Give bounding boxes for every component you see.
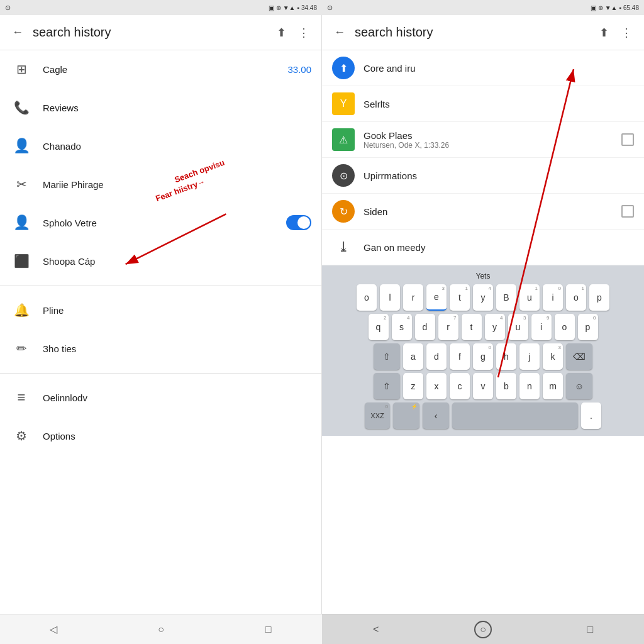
siden-label: Siden [364, 206, 621, 217]
key-p2[interactable]: 0p [578, 314, 598, 340]
list-item-options[interactable]: ⚙ Options [0, 417, 321, 455]
right-status-icons: ▣ ⊕ ▼▲ ▪ 65.48 [591, 4, 639, 11]
key-shift2[interactable]: ⇧ [374, 373, 400, 399]
key-l[interactable]: l [380, 284, 400, 311]
key-d[interactable]: d [415, 314, 435, 340]
key-r[interactable]: r [403, 284, 423, 311]
left-more-button[interactable]: ⋮ [296, 25, 311, 40]
gan-icon: ⤓ [332, 236, 355, 258]
key-q[interactable]: 2q [369, 314, 389, 340]
key-c[interactable]: c [450, 373, 470, 399]
key-n[interactable]: n [519, 373, 540, 399]
key-o2[interactable]: 1o [566, 284, 586, 311]
key-s[interactable]: 4s [392, 314, 412, 340]
keyboard-row-1: o l r 3e 1t 4y B 1u 0i 1o p [325, 284, 641, 311]
left-back-button[interactable]: ← [10, 25, 25, 40]
gook-checkbox[interactable] [621, 133, 634, 146]
right-time: 65.48 [623, 4, 639, 11]
list-item-zhoties[interactable]: ✏ Зho ties [0, 330, 321, 368]
key-j[interactable]: j [519, 343, 540, 370]
key-g[interactable]: 0g [473, 343, 493, 370]
key-shift[interactable]: ⇧ [374, 343, 400, 370]
list-item-shoopa[interactable]: ⬛ Shoopa Cáp [0, 242, 321, 280]
rp-item-gook[interactable]: ⚠ Gook Plaes Netursen, Ode X, 1:33.26 [322, 122, 644, 158]
key-h[interactable]: h [496, 343, 516, 370]
key-x[interactable]: x [426, 373, 447, 399]
key-o[interactable]: o [357, 284, 377, 311]
gook-label: Gook Plaes [364, 130, 621, 141]
key-i2[interactable]: 9i [531, 314, 552, 340]
left-back-nav[interactable]: ◁ [44, 620, 63, 639]
keyboard-label: Yets [325, 269, 641, 284]
keyboard-row-bottom: 0XXZ ⚡ ‹ . [325, 402, 641, 429]
left-share-button[interactable]: ⬆ [274, 25, 289, 40]
left-recent-nav[interactable]: □ [259, 620, 278, 639]
key-z[interactable]: z [403, 373, 423, 399]
right-home-nav[interactable]: ○ [474, 621, 492, 638]
rp-item-core[interactable]: ⬆ Core and iru [322, 50, 644, 86]
rp-item-selrlts[interactable]: Y Selrlts [322, 86, 644, 122]
key-lightning[interactable]: ⚡ [393, 402, 419, 429]
key-b[interactable]: b [496, 373, 516, 399]
key-a[interactable]: a [403, 343, 423, 370]
key-y2[interactable]: 4y [485, 314, 505, 340]
reviews-icon: 📞 [10, 96, 33, 119]
bottom-nav: ◁ ○ □ < ○ □ [0, 614, 644, 644]
list-item-pline[interactable]: 🔔 Pline [0, 291, 321, 330]
rp-item-gan[interactable]: ⤓ Gan on meedy [322, 230, 644, 265]
key-f[interactable]: f [450, 343, 470, 370]
list-item-mariie[interactable]: ✂ Mariie Phirage [0, 165, 321, 204]
left-home-nav[interactable]: ○ [152, 620, 170, 639]
rp-item-siden[interactable]: ↻ Siden [322, 194, 644, 230]
cagle-value: 33.00 [287, 64, 311, 75]
r-network-icon: ▼▲ [605, 4, 618, 11]
key-t2[interactable]: t [462, 314, 482, 340]
right-back-nav[interactable]: < [367, 620, 386, 639]
shoopa-icon: ⬛ [10, 250, 33, 272]
key-u2[interactable]: 3u [508, 314, 528, 340]
key-k[interactable]: 3k [543, 343, 563, 370]
left-app-bar: ← search history ⬆ ⋮ [0, 15, 321, 50]
key-space[interactable] [452, 402, 578, 429]
key-r2[interactable]: 7r [438, 314, 458, 340]
key-emoji[interactable]: ☺ [566, 373, 592, 399]
chanado-label: Chanado [43, 141, 311, 152]
right-more-button[interactable]: ⋮ [619, 25, 634, 40]
list-item-spholo[interactable]: 👤 Spholo Vetre [0, 204, 321, 242]
key-y1[interactable]: 4y [473, 284, 493, 311]
left-status-icons: ▣ ⊕ ▼▲ ▪ 34.48 [269, 4, 317, 11]
right-recent-nav[interactable]: □ [580, 620, 599, 639]
core-label: Core and iru [364, 63, 416, 74]
status-bar-left: ⊙ ▣ ⊕ ▼▲ ▪ 34.48 [0, 0, 322, 15]
key-d2[interactable]: d [426, 343, 447, 370]
rp-item-upirrmations[interactable]: ⊙ Upirrmations [322, 158, 644, 194]
left-panel: ← search history ⬆ ⋮ ⊞ Cagle 33.00 📞 Rev… [0, 15, 322, 614]
key-p1[interactable]: p [589, 284, 609, 311]
siden-text: Siden [364, 206, 621, 217]
key-comma[interactable]: ‹ [423, 402, 449, 429]
key-o3[interactable]: o [555, 314, 575, 340]
key-u1[interactable]: 1u [519, 284, 540, 311]
key-xxz[interactable]: 0XXZ [365, 402, 390, 429]
spholo-toggle[interactable] [286, 215, 311, 230]
siden-checkbox[interactable] [621, 205, 634, 218]
key-e[interactable]: 3e [426, 284, 447, 311]
key-t1[interactable]: 1t [450, 284, 470, 311]
key-i1[interactable]: 0i [543, 284, 563, 311]
list-item-reviews[interactable]: 📞 Reviews [0, 89, 321, 127]
r-wifi-icon: ⊕ [598, 4, 603, 11]
list-item-cagle[interactable]: ⊞ Cagle 33.00 [0, 50, 321, 89]
key-B[interactable]: B [496, 284, 516, 311]
right-share-button[interactable]: ⬆ [596, 25, 611, 40]
signal-icon: ▣ [269, 4, 274, 11]
r-signal-icon: ▣ [591, 4, 596, 11]
siden-icon: ↻ [332, 200, 355, 223]
list-item-chanado[interactable]: 👤 Chanado [0, 127, 321, 165]
options-icon: ⚙ [10, 425, 33, 447]
key-period[interactable]: . [581, 402, 601, 429]
right-back-button[interactable]: ← [332, 25, 347, 40]
key-v[interactable]: v [473, 373, 493, 399]
list-item-oelinnlodv[interactable]: ≡ Oelinnlodv [0, 379, 321, 417]
key-m[interactable]: m [543, 373, 563, 399]
key-backspace[interactable]: ⌫ [566, 343, 592, 370]
